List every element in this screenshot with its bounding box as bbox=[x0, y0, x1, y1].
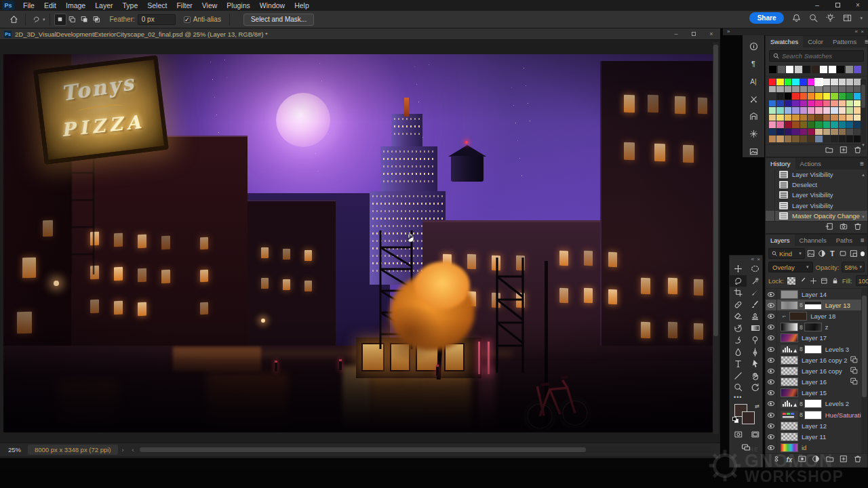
brush-tool[interactable] bbox=[747, 299, 764, 311]
history-scroll-down-icon[interactable]: ▼ bbox=[861, 215, 866, 219]
layer-name[interactable]: Layer 14 bbox=[802, 291, 827, 298]
pen-tool[interactable] bbox=[747, 346, 764, 359]
swatches-tab-patterns[interactable]: Patterns bbox=[828, 36, 861, 47]
swatch[interactable] bbox=[839, 100, 846, 107]
swatch[interactable] bbox=[800, 93, 807, 100]
swatch[interactable] bbox=[846, 129, 853, 136]
history-panel-menu-icon[interactable]: ≡ bbox=[856, 158, 867, 169]
lock-all-icon[interactable] bbox=[831, 277, 839, 285]
layer-name[interactable]: Layer 16 copy 2 bbox=[802, 357, 848, 364]
layer-thumbnail[interactable] bbox=[781, 290, 798, 299]
new-adjustment-icon[interactable] bbox=[812, 453, 820, 466]
swatch[interactable] bbox=[831, 100, 837, 107]
layer-name[interactable]: Levels 2 bbox=[825, 400, 849, 407]
swatch[interactable] bbox=[846, 136, 853, 142]
swatch[interactable] bbox=[776, 121, 783, 128]
layer-row[interactable]: Layer 16 bbox=[766, 377, 867, 388]
history-state[interactable]: Layer Visibility bbox=[766, 169, 867, 180]
swatch[interactable] bbox=[839, 136, 846, 142]
swatch[interactable] bbox=[769, 93, 776, 100]
swatch[interactable] bbox=[839, 121, 846, 128]
swatch[interactable] bbox=[800, 136, 807, 142]
lasso-tool-options-icon[interactable] bbox=[30, 14, 43, 24]
move-tool[interactable] bbox=[730, 263, 747, 275]
doc-close-icon[interactable]: × bbox=[703, 28, 720, 40]
toolbar-header[interactable]: « × bbox=[730, 256, 762, 263]
swatch[interactable] bbox=[823, 107, 830, 114]
layer-name[interactable]: Levels 3 bbox=[825, 346, 849, 353]
layer-name[interactable]: z bbox=[825, 323, 829, 331]
swatch[interactable] bbox=[846, 86, 853, 93]
layer-mask-thumbnail[interactable] bbox=[804, 399, 822, 408]
swap-colors-icon[interactable]: ⇄ bbox=[755, 403, 760, 409]
swatch[interactable] bbox=[831, 79, 837, 85]
doc-restore-icon[interactable] bbox=[685, 28, 703, 40]
layer-thumbnail[interactable] bbox=[781, 443, 798, 452]
swatch[interactable] bbox=[812, 66, 819, 73]
swatch[interactable] bbox=[785, 107, 791, 114]
kind-filter-dropdown[interactable]: Kind ▾ bbox=[768, 248, 805, 259]
swatch[interactable] bbox=[846, 66, 853, 73]
swatch[interactable] bbox=[785, 79, 791, 85]
background-color[interactable] bbox=[742, 411, 755, 424]
anti-alias-checkbox[interactable]: ✓ bbox=[184, 16, 191, 23]
home-icon[interactable] bbox=[7, 14, 21, 25]
swatch[interactable] bbox=[839, 79, 846, 85]
link-layers-icon[interactable] bbox=[772, 453, 781, 466]
swatch[interactable] bbox=[776, 100, 783, 107]
filter-shape-layers-icon[interactable] bbox=[839, 249, 848, 259]
swatch[interactable] bbox=[815, 86, 822, 93]
swatch[interactable] bbox=[831, 93, 837, 100]
character-panel-icon[interactable]: A| bbox=[746, 76, 761, 87]
new-group-icon[interactable] bbox=[826, 453, 834, 466]
new-swatch-icon[interactable] bbox=[840, 144, 848, 157]
layer-visibility-eye-icon[interactable] bbox=[766, 333, 777, 344]
new-doc-from-state-icon[interactable] bbox=[825, 221, 833, 233]
swatch[interactable] bbox=[776, 115, 783, 121]
fill-dropdown[interactable]: 100% ▾ bbox=[856, 275, 868, 286]
wand-tool[interactable] bbox=[747, 275, 764, 287]
opacity-dropdown[interactable]: 58% ▾ bbox=[842, 262, 865, 272]
type-tool[interactable] bbox=[730, 358, 747, 370]
history-tab-history[interactable]: History bbox=[766, 158, 795, 169]
swatch[interactable] bbox=[846, 100, 853, 107]
swatch[interactable] bbox=[823, 93, 830, 100]
lock-artboard-icon[interactable] bbox=[821, 277, 828, 285]
swatch[interactable] bbox=[815, 129, 822, 136]
filter-pixel-layers-icon[interactable] bbox=[807, 249, 816, 259]
bell-icon[interactable] bbox=[792, 14, 801, 22]
swatch[interactable] bbox=[769, 66, 776, 73]
menu-plugins[interactable]: Plugins bbox=[222, 0, 254, 11]
swatch[interactable] bbox=[823, 115, 830, 121]
photos-panel-icon[interactable] bbox=[746, 146, 761, 157]
hand-tool[interactable] bbox=[747, 370, 764, 382]
swatch[interactable] bbox=[831, 136, 837, 142]
swatch[interactable] bbox=[785, 93, 791, 100]
swatch[interactable] bbox=[800, 100, 807, 107]
select-and-mask-button[interactable]: Select and Mask... bbox=[243, 14, 314, 26]
layer-visibility-eye-icon[interactable] bbox=[766, 310, 777, 321]
swatch[interactable] bbox=[792, 79, 799, 85]
lasso-tool[interactable] bbox=[730, 275, 747, 287]
layer-name[interactable]: Layer 12 bbox=[802, 422, 827, 430]
selection-mode-intersect-icon[interactable] bbox=[91, 14, 103, 26]
history-source-checkbox[interactable] bbox=[766, 201, 775, 211]
swatch[interactable] bbox=[823, 136, 830, 142]
swatch[interactable] bbox=[808, 100, 814, 107]
eyedropper-tool[interactable] bbox=[747, 287, 764, 299]
layers-tab-channels[interactable]: Channels bbox=[795, 235, 831, 246]
layer-thumbnail[interactable] bbox=[781, 388, 798, 397]
swatch[interactable] bbox=[776, 107, 783, 114]
swatch[interactable] bbox=[792, 115, 799, 121]
quick-mask-icon[interactable] bbox=[730, 429, 747, 441]
layer-thumbnail[interactable] bbox=[781, 367, 798, 375]
layers-scrollbar[interactable] bbox=[861, 289, 867, 453]
swatch[interactable] bbox=[837, 66, 844, 73]
lock-position-icon[interactable] bbox=[810, 277, 817, 285]
history-tab-actions[interactable]: Actions bbox=[795, 158, 826, 169]
swatch[interactable] bbox=[808, 86, 814, 93]
layer-mask-thumbnail[interactable] bbox=[804, 301, 822, 310]
stamp-tool[interactable] bbox=[747, 310, 764, 323]
layer-mask-thumbnail[interactable] bbox=[804, 411, 822, 420]
layer-thumbnail[interactable] bbox=[781, 378, 798, 386]
